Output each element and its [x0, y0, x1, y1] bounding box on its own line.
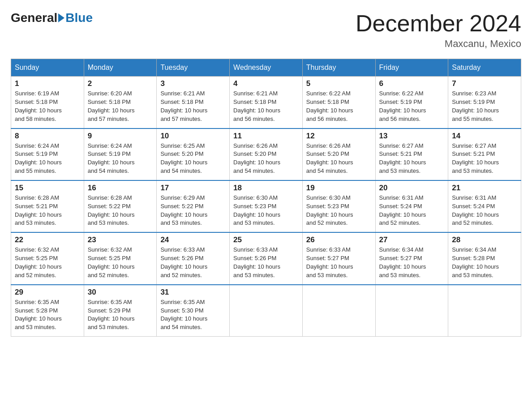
- day-number: 17: [160, 184, 226, 193]
- calendar-day-cell: 22Sunrise: 6:32 AMSunset: 5:25 PMDayligh…: [11, 232, 84, 284]
- calendar-day-cell: 30Sunrise: 6:35 AMSunset: 5:29 PMDayligh…: [84, 285, 157, 337]
- day-number: 8: [15, 132, 80, 141]
- logo-general-text: General: [11, 11, 57, 25]
- day-number: 19: [306, 184, 372, 193]
- calendar-day-cell: 2Sunrise: 6:20 AMSunset: 5:18 PMDaylight…: [84, 77, 157, 128]
- calendar-day-cell: 16Sunrise: 6:28 AMSunset: 5:22 PMDayligh…: [84, 180, 157, 232]
- calendar-day-cell: 4Sunrise: 6:21 AMSunset: 5:18 PMDaylight…: [230, 77, 303, 128]
- calendar-day-cell: [375, 285, 448, 337]
- calendar-week-row: 22Sunrise: 6:32 AMSunset: 5:25 PMDayligh…: [11, 232, 521, 284]
- day-info: Sunrise: 6:28 AMSunset: 5:22 PMDaylight:…: [88, 194, 135, 227]
- calendar-day-cell: [302, 285, 375, 337]
- day-info: Sunrise: 6:29 AMSunset: 5:22 PMDaylight:…: [160, 194, 207, 227]
- logo-blue-text: Blue: [65, 11, 93, 25]
- logo-arrow-icon: [58, 13, 64, 22]
- day-info: Sunrise: 6:24 AMSunset: 5:19 PMDaylight:…: [15, 142, 62, 175]
- day-info: Sunrise: 6:21 AMSunset: 5:18 PMDaylight:…: [233, 90, 280, 122]
- day-number: 25: [233, 235, 299, 244]
- day-info: Sunrise: 6:34 AMSunset: 5:27 PMDaylight:…: [379, 246, 426, 278]
- calendar-day-cell: 29Sunrise: 6:35 AMSunset: 5:28 PMDayligh…: [11, 285, 84, 337]
- day-number: 15: [15, 184, 80, 193]
- calendar-day-cell: 28Sunrise: 6:34 AMSunset: 5:28 PMDayligh…: [448, 232, 521, 284]
- day-info: Sunrise: 6:32 AMSunset: 5:25 PMDaylight:…: [15, 246, 62, 278]
- calendar-day-cell: 18Sunrise: 6:30 AMSunset: 5:23 PMDayligh…: [230, 180, 303, 232]
- day-info: Sunrise: 6:27 AMSunset: 5:21 PMDaylight:…: [452, 142, 499, 175]
- calendar-day-cell: 10Sunrise: 6:25 AMSunset: 5:20 PMDayligh…: [157, 128, 230, 180]
- day-info: Sunrise: 6:34 AMSunset: 5:28 PMDaylight:…: [452, 246, 499, 278]
- calendar-day-cell: 6Sunrise: 6:22 AMSunset: 5:19 PMDaylight…: [375, 77, 448, 128]
- day-number: 23: [88, 235, 153, 244]
- calendar-day-cell: 7Sunrise: 6:23 AMSunset: 5:19 PMDaylight…: [448, 77, 521, 128]
- calendar-day-cell: 27Sunrise: 6:34 AMSunset: 5:27 PMDayligh…: [375, 232, 448, 284]
- calendar-week-row: 1Sunrise: 6:19 AMSunset: 5:18 PMDaylight…: [11, 77, 521, 128]
- calendar-day-cell: [448, 285, 521, 337]
- day-info: Sunrise: 6:30 AMSunset: 5:23 PMDaylight:…: [233, 194, 280, 227]
- day-number: 13: [379, 132, 445, 141]
- day-info: Sunrise: 6:28 AMSunset: 5:21 PMDaylight:…: [15, 194, 62, 227]
- day-of-week-header: Monday: [84, 59, 157, 77]
- day-number: 16: [88, 184, 153, 193]
- day-info: Sunrise: 6:23 AMSunset: 5:19 PMDaylight:…: [452, 90, 499, 122]
- day-number: 21: [452, 184, 517, 193]
- day-number: 1: [15, 79, 80, 88]
- calendar-week-row: 15Sunrise: 6:28 AMSunset: 5:21 PMDayligh…: [11, 180, 521, 232]
- day-number: 26: [306, 235, 372, 244]
- calendar-day-cell: [230, 285, 303, 337]
- day-of-week-header: Saturday: [448, 59, 521, 77]
- day-info: Sunrise: 6:24 AMSunset: 5:19 PMDaylight:…: [88, 142, 135, 175]
- day-info: Sunrise: 6:22 AMSunset: 5:18 PMDaylight:…: [306, 90, 353, 122]
- calendar-day-cell: 25Sunrise: 6:33 AMSunset: 5:26 PMDayligh…: [230, 232, 303, 284]
- day-number: 11: [233, 132, 299, 141]
- day-info: Sunrise: 6:25 AMSunset: 5:20 PMDaylight:…: [160, 142, 207, 175]
- calendar-day-cell: 13Sunrise: 6:27 AMSunset: 5:21 PMDayligh…: [375, 128, 448, 180]
- calendar-day-cell: 3Sunrise: 6:21 AMSunset: 5:18 PMDaylight…: [157, 77, 230, 128]
- calendar-day-cell: 11Sunrise: 6:26 AMSunset: 5:20 PMDayligh…: [230, 128, 303, 180]
- day-number: 9: [88, 132, 153, 141]
- day-number: 18: [233, 184, 299, 193]
- day-info: Sunrise: 6:33 AMSunset: 5:26 PMDaylight:…: [233, 246, 280, 278]
- day-number: 20: [379, 184, 445, 193]
- day-number: 12: [306, 132, 372, 141]
- calendar-day-cell: 21Sunrise: 6:31 AMSunset: 5:24 PMDayligh…: [448, 180, 521, 232]
- calendar-day-cell: 9Sunrise: 6:24 AMSunset: 5:19 PMDaylight…: [84, 128, 157, 180]
- calendar-day-cell: 15Sunrise: 6:28 AMSunset: 5:21 PMDayligh…: [11, 180, 84, 232]
- day-number: 24: [160, 235, 226, 244]
- day-info: Sunrise: 6:35 AMSunset: 5:29 PMDaylight:…: [88, 299, 135, 331]
- day-info: Sunrise: 6:35 AMSunset: 5:30 PMDaylight:…: [160, 299, 207, 331]
- month-title: December 2024: [356, 11, 521, 36]
- calendar-day-cell: 1Sunrise: 6:19 AMSunset: 5:18 PMDaylight…: [11, 77, 84, 128]
- calendar-day-cell: 24Sunrise: 6:33 AMSunset: 5:26 PMDayligh…: [157, 232, 230, 284]
- day-number: 7: [452, 79, 517, 88]
- day-number: 28: [452, 235, 517, 244]
- day-info: Sunrise: 6:35 AMSunset: 5:28 PMDaylight:…: [15, 299, 62, 331]
- calendar-day-cell: 31Sunrise: 6:35 AMSunset: 5:30 PMDayligh…: [157, 285, 230, 337]
- calendar-day-cell: 12Sunrise: 6:26 AMSunset: 5:20 PMDayligh…: [302, 128, 375, 180]
- calendar-week-row: 29Sunrise: 6:35 AMSunset: 5:28 PMDayligh…: [11, 285, 521, 337]
- calendar-day-cell: 8Sunrise: 6:24 AMSunset: 5:19 PMDaylight…: [11, 128, 84, 180]
- day-number: 14: [452, 132, 517, 141]
- day-info: Sunrise: 6:32 AMSunset: 5:25 PMDaylight:…: [88, 246, 135, 278]
- calendar-header-row: SundayMondayTuesdayWednesdayThursdayFrid…: [11, 59, 521, 77]
- calendar-day-cell: 26Sunrise: 6:33 AMSunset: 5:27 PMDayligh…: [302, 232, 375, 284]
- day-info: Sunrise: 6:33 AMSunset: 5:27 PMDaylight:…: [306, 246, 353, 278]
- calendar-week-row: 8Sunrise: 6:24 AMSunset: 5:19 PMDaylight…: [11, 128, 521, 180]
- day-info: Sunrise: 6:31 AMSunset: 5:24 PMDaylight:…: [452, 194, 499, 227]
- location-label: Maxcanu, Mexico: [356, 38, 521, 50]
- day-info: Sunrise: 6:21 AMSunset: 5:18 PMDaylight:…: [160, 90, 207, 122]
- calendar-day-cell: 19Sunrise: 6:30 AMSunset: 5:23 PMDayligh…: [302, 180, 375, 232]
- calendar-table: SundayMondayTuesdayWednesdayThursdayFrid…: [11, 59, 521, 337]
- day-of-week-header: Wednesday: [230, 59, 303, 77]
- calendar-day-cell: 23Sunrise: 6:32 AMSunset: 5:25 PMDayligh…: [84, 232, 157, 284]
- day-number: 27: [379, 235, 445, 244]
- title-section: December 2024 Maxcanu, Mexico: [356, 11, 521, 50]
- day-of-week-header: Tuesday: [157, 59, 230, 77]
- calendar-day-cell: 14Sunrise: 6:27 AMSunset: 5:21 PMDayligh…: [448, 128, 521, 180]
- page-header: General Blue December 2024 Maxcanu, Mexi…: [11, 11, 521, 50]
- day-info: Sunrise: 6:33 AMSunset: 5:26 PMDaylight:…: [160, 246, 207, 278]
- day-number: 30: [88, 288, 153, 297]
- logo: General Blue: [11, 11, 93, 25]
- day-of-week-header: Thursday: [302, 59, 375, 77]
- calendar-day-cell: 20Sunrise: 6:31 AMSunset: 5:24 PMDayligh…: [375, 180, 448, 232]
- day-info: Sunrise: 6:22 AMSunset: 5:19 PMDaylight:…: [379, 90, 426, 122]
- day-info: Sunrise: 6:26 AMSunset: 5:20 PMDaylight:…: [306, 142, 353, 175]
